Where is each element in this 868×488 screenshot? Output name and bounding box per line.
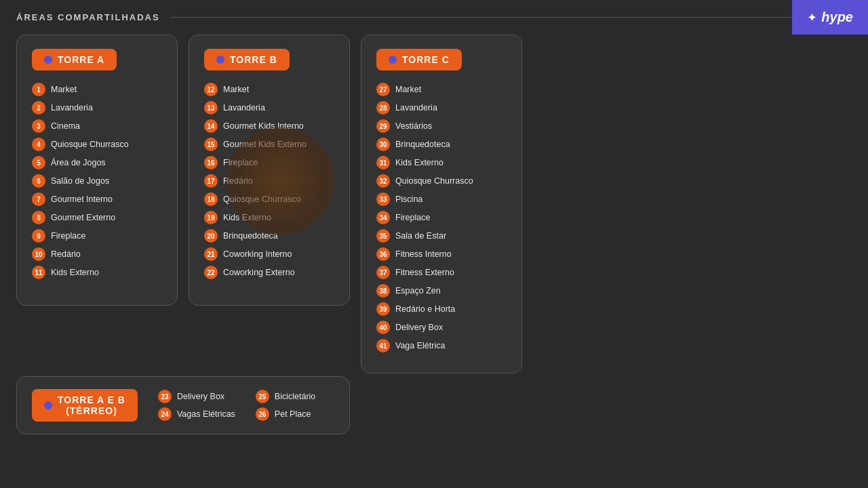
item-badge: 34 <box>376 211 390 224</box>
item-badge: 36 <box>376 247 390 261</box>
list-item: 16Fireplace <box>204 156 334 169</box>
torre-a-card: TORRE A 1Market 2Lavanderia 3Cinema 4Qui… <box>16 35 178 306</box>
item-badge: 37 <box>376 266 390 279</box>
list-item: 40Delivery Box <box>376 321 507 334</box>
main-content: TORRE A 1Market 2Lavanderia 3Cinema 4Qui… <box>0 22 868 380</box>
torre-c-dot <box>389 56 397 64</box>
torre-ab-dot <box>44 401 52 409</box>
list-item: 5Área de Jogos <box>32 156 162 169</box>
item-badge: 3 <box>32 119 45 133</box>
list-item: 20Brinquedoteca <box>204 229 334 243</box>
item-label: Coworking Externo <box>223 268 295 277</box>
item-label: Fireplace <box>223 158 258 167</box>
torre-b-title: TORRE B <box>230 54 277 65</box>
item-label: Kids Externo <box>223 213 271 222</box>
list-item: 13Lavanderia <box>204 101 334 115</box>
item-label: Quiosque Churrasco <box>51 140 129 149</box>
list-item: 26Pet Place <box>256 407 333 421</box>
list-item: 1Market <box>32 83 162 96</box>
item-label: Redário <box>51 249 81 259</box>
item-badge: 30 <box>376 138 390 151</box>
item-label: Gourmet Kids Interno <box>223 121 304 131</box>
torre-b-dot <box>216 56 224 64</box>
list-item: 14Gourmet Kids Interno <box>204 119 334 133</box>
item-label: Vagas Elétricas <box>177 409 235 419</box>
list-item: 21Coworking Interno <box>204 247 334 261</box>
torre-b-header: TORRE B <box>204 49 290 70</box>
list-item: 31Kids Externo <box>376 156 507 169</box>
list-item: 11Kids Externo <box>32 266 162 279</box>
item-badge: 12 <box>204 83 218 96</box>
list-item: 22Coworking Externo <box>204 266 334 279</box>
item-badge: 13 <box>204 101 218 115</box>
item-label: Market <box>51 85 77 94</box>
torre-a-list: 1Market 2Lavanderia 3Cinema 4Quiosque Ch… <box>32 83 162 279</box>
item-badge: 39 <box>376 302 390 316</box>
list-item: 8Gourmet Externo <box>32 211 162 224</box>
list-item: 24Vagas Elétricas <box>158 407 235 421</box>
item-label: Fitness Externo <box>395 268 454 277</box>
item-label: Vestiários <box>395 121 432 131</box>
list-item: 18Quiosque Churrasco <box>204 192 334 206</box>
item-badge: 31 <box>376 156 390 169</box>
list-item: 28Lavanderia <box>376 101 507 115</box>
list-item: 6Salão de Jogos <box>32 174 162 188</box>
item-badge: 8 <box>32 211 45 224</box>
item-label: Piscina <box>395 195 422 204</box>
item-badge: 7 <box>32 192 45 206</box>
logo-box: ✦ hype <box>792 0 868 35</box>
item-label: Espaço Zen <box>395 286 441 296</box>
page-title: ÁREAS COMPARTILHADAS <box>16 12 160 22</box>
item-label: Delivery Box <box>395 323 443 332</box>
item-badge: 25 <box>256 390 269 403</box>
item-label: Lavanderia <box>223 103 265 113</box>
item-label: Fireplace <box>395 213 430 222</box>
item-label: Brinquedoteca <box>395 140 450 149</box>
item-badge: 14 <box>204 119 218 133</box>
item-label: Bicicletário <box>275 392 315 401</box>
torre-c-header: TORRE C <box>376 49 462 70</box>
item-badge: 2 <box>32 101 45 115</box>
item-badge: 16 <box>204 156 218 169</box>
list-item: 2Lavanderia <box>32 101 162 115</box>
list-item: 38Espaço Zen <box>376 284 507 298</box>
torre-c-list: 27Market 28Lavanderia 29Vestiários 30Bri… <box>376 83 507 352</box>
logo-text: hype <box>821 9 853 25</box>
item-badge: 15 <box>204 138 218 151</box>
list-item: 7Gourmet Interno <box>32 192 162 206</box>
list-item: 34Fireplace <box>376 211 507 224</box>
item-label: Gourmet Externo <box>51 213 115 222</box>
item-badge: 18 <box>204 192 218 206</box>
item-label: Sala de Estar <box>395 231 446 241</box>
item-label: Coworking Interno <box>223 249 292 259</box>
item-label: Redário <box>223 176 253 186</box>
list-item: 12Market <box>204 83 334 96</box>
item-badge: 32 <box>376 174 390 188</box>
torre-a-header: TORRE A <box>32 49 117 70</box>
item-badge: 33 <box>376 192 390 206</box>
torre-c-title: TORRE C <box>402 54 450 65</box>
item-label: Market <box>395 85 421 94</box>
item-label: Delivery Box <box>177 392 224 401</box>
torre-b-card: TORRE B 12Market 13Lavanderia 14Gourmet … <box>189 35 350 306</box>
list-item: 23Delivery Box <box>158 390 235 403</box>
item-badge: 11 <box>32 266 45 279</box>
item-badge: 21 <box>204 247 218 261</box>
item-badge: 38 <box>376 284 390 298</box>
page-header: ÁREAS COMPARTILHADAS <box>0 0 868 22</box>
item-badge: 9 <box>32 229 45 243</box>
item-badge: 40 <box>376 321 390 334</box>
list-item: 15Gourmet Kids Externo <box>204 138 334 151</box>
list-item: 27Market <box>376 83 507 96</box>
item-badge: 4 <box>32 138 45 151</box>
item-badge: 26 <box>256 407 269 421</box>
item-label: Quiosque Churrasco <box>223 195 301 204</box>
torre-c-card: TORRE C 27Market 28Lavanderia 29Vestiári… <box>361 35 522 373</box>
item-badge: 41 <box>376 339 390 352</box>
item-label: Redário e Horta <box>395 304 455 314</box>
torre-a-title: TORRE A <box>58 54 104 65</box>
list-item: 4Quiosque Churrasco <box>32 138 162 151</box>
item-badge: 1 <box>32 83 45 96</box>
list-item: 17Redário <box>204 174 334 188</box>
item-badge: 24 <box>158 407 172 421</box>
